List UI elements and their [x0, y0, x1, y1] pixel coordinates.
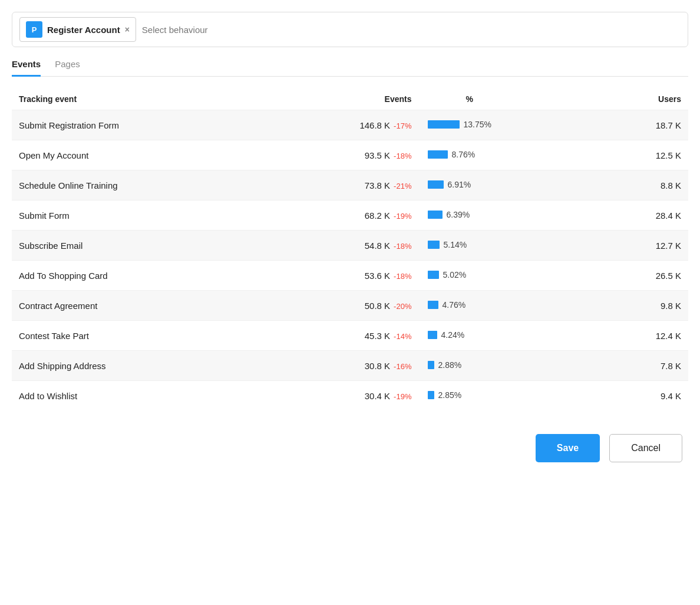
bar-container: 6.39% [428, 210, 470, 219]
pct-text: 5.02% [443, 270, 466, 280]
change-badge: -20% [394, 302, 411, 311]
table-row[interactable]: Contract Agreement50.8 K-20%4.76%9.8 K [12, 291, 688, 321]
pct-text: 2.88% [438, 360, 461, 370]
tag-label: Register Account [47, 25, 120, 35]
table-row[interactable]: Subscribe Email54.8 K-18%5.14%12.7 K [12, 231, 688, 261]
percent-cell: 6.91% [418, 170, 599, 200]
bar-container: 4.24% [428, 330, 464, 340]
event-name-cell: Add Shipping Address [12, 351, 270, 381]
tag-chip[interactable]: P Register Account × [19, 17, 136, 42]
users-value-cell: 12.5 K [599, 140, 688, 170]
events-value-cell: 30.8 K-16% [270, 351, 419, 381]
bar-container: 8.76% [428, 150, 475, 159]
table-row[interactable]: Add to Wishlist30.4 K-19%2.85%9.4 K [12, 381, 688, 411]
bar-container: 13.75% [428, 120, 491, 129]
pct-text: 13.75% [463, 120, 491, 129]
pct-text: 4.24% [441, 330, 464, 340]
change-badge: -16% [394, 362, 411, 371]
events-value-cell: 93.5 K-18% [270, 140, 419, 170]
bar-line [428, 150, 448, 159]
table-row[interactable]: Schedule Online Training73.8 K-21%6.91%8… [12, 170, 688, 200]
bar-container: 5.14% [428, 240, 467, 249]
col-header-percent: % [418, 88, 599, 110]
tag-close-icon[interactable]: × [125, 25, 130, 34]
percent-cell: 13.75% [418, 110, 599, 140]
bar-container: 2.85% [428, 390, 461, 400]
pct-text: 2.85% [438, 390, 461, 400]
change-badge: -17% [394, 121, 411, 130]
header-bar: P Register Account × [12, 12, 688, 47]
event-name-cell: Submit Form [12, 200, 270, 231]
bar-container: 5.02% [428, 270, 466, 280]
events-value-cell: 50.8 K-20% [270, 291, 419, 321]
percent-cell: 5.02% [418, 261, 599, 291]
col-header-event: Tracking event [12, 88, 270, 110]
table-row[interactable]: Contest Take Part45.3 K-14%4.24%12.4 K [12, 321, 688, 351]
change-badge: -18% [394, 242, 411, 251]
event-name-cell: Schedule Online Training [12, 170, 270, 200]
bar-line [428, 120, 460, 129]
change-badge: -21% [394, 182, 411, 190]
users-value-cell: 12.7 K [599, 231, 688, 261]
table-row[interactable]: Submit Form68.2 K-19%6.39%28.4 K [12, 200, 688, 231]
table-row[interactable]: Submit Registration Form146.8 K-17%13.75… [12, 110, 688, 140]
users-value-cell: 9.8 K [599, 291, 688, 321]
events-value-cell: 53.6 K-18% [270, 261, 419, 291]
cancel-button[interactable]: Cancel [609, 434, 682, 462]
bar-line [428, 331, 437, 339]
pct-text: 8.76% [451, 150, 475, 159]
users-value-cell: 9.4 K [599, 381, 688, 411]
tab-events[interactable]: Events [12, 59, 41, 77]
bar-line [428, 301, 438, 309]
change-badge: -18% [394, 152, 411, 160]
pct-text: 6.39% [446, 210, 470, 219]
tabs-bar: Events Pages [12, 59, 688, 77]
events-value-cell: 73.8 K-21% [270, 170, 419, 200]
bar-container: 4.76% [428, 300, 465, 310]
event-name-cell: Subscribe Email [12, 231, 270, 261]
bar-line [428, 361, 434, 369]
percent-cell: 2.85% [418, 381, 599, 411]
users-value-cell: 12.4 K [599, 321, 688, 351]
save-button[interactable]: Save [536, 434, 600, 462]
table-row[interactable]: Add To Shopping Card53.6 K-18%5.02%26.5 … [12, 261, 688, 291]
bar-line [428, 211, 443, 219]
percent-cell: 2.88% [418, 351, 599, 381]
percent-cell: 5.14% [418, 231, 599, 261]
change-badge: -19% [394, 392, 411, 401]
users-value-cell: 28.4 K [599, 200, 688, 231]
behaviour-input[interactable] [142, 25, 681, 35]
percent-cell: 4.24% [418, 321, 599, 351]
users-value-cell: 7.8 K [599, 351, 688, 381]
event-name-cell: Open My Account [12, 140, 270, 170]
change-badge: -19% [394, 212, 411, 221]
event-name-cell: Contest Take Part [12, 321, 270, 351]
users-value-cell: 18.7 K [599, 110, 688, 140]
col-header-events: Events [270, 88, 419, 110]
event-name-cell: Contract Agreement [12, 291, 270, 321]
event-name-cell: Add To Shopping Card [12, 261, 270, 291]
events-value-cell: 68.2 K-19% [270, 200, 419, 231]
users-value-cell: 8.8 K [599, 170, 688, 200]
bar-container: 2.88% [428, 360, 461, 370]
col-header-users: Users [599, 88, 688, 110]
tab-pages[interactable]: Pages [55, 59, 80, 77]
bar-line [428, 180, 444, 189]
event-name-cell: Submit Registration Form [12, 110, 270, 140]
bar-container: 6.91% [428, 180, 471, 189]
percent-cell: 4.76% [418, 291, 599, 321]
table-row[interactable]: Open My Account93.5 K-18%8.76%12.5 K [12, 140, 688, 170]
pct-text: 6.91% [447, 180, 471, 189]
users-value-cell: 26.5 K [599, 261, 688, 291]
pct-text: 4.76% [442, 300, 465, 310]
events-value-cell: 30.4 K-19% [270, 381, 419, 411]
bar-line [428, 271, 439, 279]
percent-cell: 6.39% [418, 200, 599, 231]
events-value-cell: 54.8 K-18% [270, 231, 419, 261]
events-table: Tracking event Events % Users Submit Reg… [12, 88, 688, 410]
change-badge: -14% [394, 332, 411, 341]
pct-text: 5.14% [443, 240, 467, 249]
table-row[interactable]: Add Shipping Address30.8 K-16%2.88%7.8 K [12, 351, 688, 381]
event-name-cell: Add to Wishlist [12, 381, 270, 411]
events-value-cell: 45.3 K-14% [270, 321, 419, 351]
